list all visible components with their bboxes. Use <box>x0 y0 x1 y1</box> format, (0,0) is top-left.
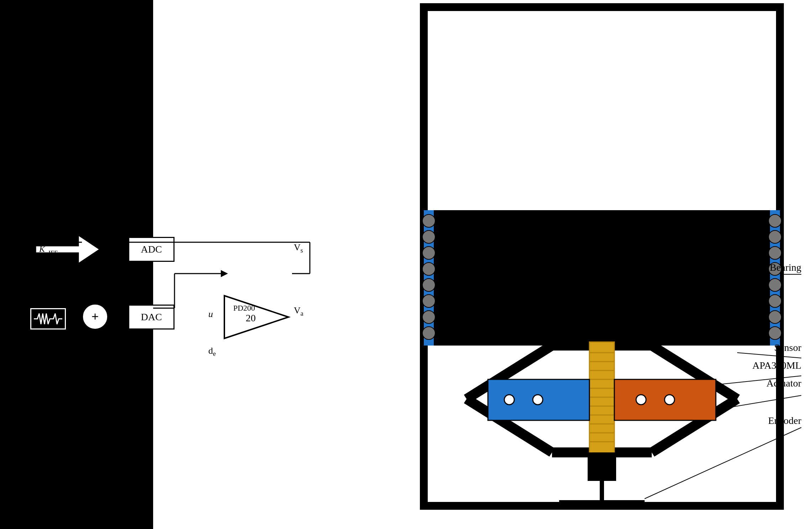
svg-point-7 <box>422 263 435 275</box>
actuator-label: Actuator <box>766 378 801 389</box>
svg-rect-45 <box>588 452 616 481</box>
encoder-label: Encoder <box>768 415 801 426</box>
svg-point-20 <box>769 327 781 339</box>
svg-point-9 <box>422 295 435 307</box>
svg-rect-27 <box>589 342 614 456</box>
svg-point-4 <box>422 214 435 227</box>
mechanical-diagram <box>395 0 812 529</box>
svg-rect-2 <box>424 210 780 346</box>
svg-point-17 <box>769 279 781 291</box>
svg-point-40 <box>504 395 514 405</box>
svg-point-6 <box>422 247 435 259</box>
svg-point-19 <box>769 311 781 323</box>
svg-point-41 <box>533 395 543 405</box>
svg-marker-64 <box>221 270 228 277</box>
svg-point-14 <box>769 230 781 243</box>
svg-point-44 <box>665 395 675 405</box>
svg-point-10 <box>422 311 435 323</box>
svg-point-8 <box>422 279 435 291</box>
svg-point-18 <box>769 295 781 307</box>
svg-point-13 <box>769 214 781 227</box>
air-bearing-label: Air Bearing <box>754 262 801 273</box>
apa300ml-label: APA300ML <box>753 360 801 371</box>
svg-point-11 <box>422 327 435 339</box>
control-lines <box>11 214 313 392</box>
svg-point-43 <box>636 395 646 405</box>
svg-point-15 <box>769 247 781 259</box>
main-area: Air Bearing Sensor APA300ML Actuator Enc… <box>153 0 812 529</box>
svg-rect-1 <box>431 14 773 214</box>
svg-point-5 <box>422 230 435 243</box>
sensor-label: Sensor <box>774 342 801 353</box>
